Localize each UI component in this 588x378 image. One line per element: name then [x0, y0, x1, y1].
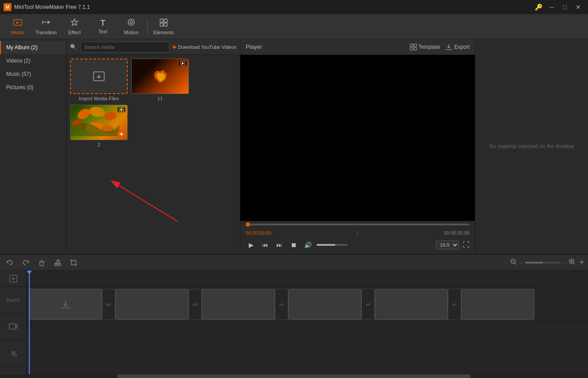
cut-button[interactable]	[51, 256, 64, 269]
media-item-video2[interactable]: + 2	[70, 105, 128, 147]
svg-rect-23	[40, 262, 43, 266]
fullscreen-button[interactable]: ⛶	[463, 241, 470, 249]
import-media-inner	[71, 59, 127, 93]
export-button[interactable]: Export	[445, 43, 470, 51]
play-button[interactable]: ▶	[246, 240, 256, 250]
svg-rect-4	[160, 19, 163, 22]
add-timeline-button[interactable]	[0, 271, 27, 287]
template-button[interactable]: Template	[410, 43, 440, 51]
toolbar-motion-label: Motion	[124, 30, 138, 35]
volume-slider[interactable]	[317, 244, 348, 246]
redo-button[interactable]	[20, 256, 32, 269]
timeline-clip-2[interactable]	[115, 289, 188, 320]
svg-rect-19	[410, 44, 413, 47]
svg-rect-31	[61, 307, 70, 308]
sidebar: My Album (2) Videos (2) Music (57) Pictu…	[0, 39, 67, 254]
scrollbar-thumb[interactable]	[118, 374, 470, 378]
timeline-tracks: ⇌ ⇌ ⇌ ⇌ ⇌	[27, 271, 588, 374]
svg-point-30	[14, 354, 16, 356]
timeline-content: Track1 ⇌	[0, 271, 588, 374]
sidebar-item-videos[interactable]: Videos (2)	[0, 54, 66, 67]
sidebar-item-music[interactable]: Music (57)	[0, 67, 66, 81]
toolbar-transition[interactable]: Transition	[32, 16, 60, 38]
player-video	[240, 55, 475, 221]
crop-button[interactable]	[67, 256, 80, 269]
video1-thumb[interactable]	[131, 59, 189, 94]
timeline-clip-3[interactable]	[202, 289, 275, 320]
toolbar-elements-label: Elements	[153, 30, 174, 35]
timeline-transition-3[interactable]: ⇌	[275, 289, 288, 320]
audio-track-row	[27, 322, 588, 349]
step-back-button[interactable]: ⏮	[260, 240, 270, 250]
titlebar-key-button[interactable]: 🔑	[532, 1, 545, 13]
app-logo: M	[4, 3, 12, 11]
video2-thumb[interactable]: +	[70, 105, 128, 140]
player-time: 00:00:00.00 / 00:00:00.00	[240, 228, 475, 238]
audio-track-label	[0, 340, 26, 366]
import-media-item[interactable]: Import Media Files	[70, 59, 128, 101]
toolbar-effect-label: Effect	[68, 30, 81, 35]
svg-rect-6	[160, 23, 163, 26]
timeline-transition-2[interactable]: ⇌	[188, 289, 202, 320]
main-toolbar: Media Transition Effect T Text Motion El…	[0, 14, 588, 39]
app-title: MiniTool MovieMaker Free 7.1.1	[14, 4, 90, 10]
svg-point-12	[103, 111, 118, 122]
progress-dot[interactable]	[246, 222, 250, 227]
media-toolbar: 🔍 ▶ Download YouTube Videos	[67, 39, 240, 55]
player-timeline[interactable]	[240, 221, 475, 228]
progress-bar[interactable]	[246, 224, 470, 225]
sidebar-item-pictures[interactable]: Pictures (0)	[0, 81, 66, 94]
aspect-ratio-select[interactable]: 16:9 9:16 1:1 4:3	[436, 240, 459, 249]
download-youtube-button[interactable]: ▶ Download YouTube Videos	[173, 44, 237, 50]
add-track-button[interactable]: +	[579, 257, 584, 268]
add-to-timeline-badge[interactable]: +	[118, 130, 125, 138]
titlebar-close-button[interactable]: ✕	[572, 1, 584, 13]
timeline-scrollbar[interactable]	[0, 374, 588, 378]
toolbar-motion[interactable]: Motion	[117, 16, 145, 38]
volume-button[interactable]: 🔊	[302, 240, 313, 250]
timeline-toolbar-right: ─ ─ +	[510, 257, 584, 268]
toolbar-transition-label: Transition	[35, 30, 57, 35]
svg-rect-22	[414, 47, 416, 50]
svg-rect-21	[410, 47, 413, 50]
time-total: 00:00:00.00	[444, 230, 470, 236]
timeline-transition-5[interactable]: ⇌	[448, 289, 461, 320]
timeline-area: ─ ─ + Track1	[0, 254, 588, 378]
toolbar-text[interactable]: T Text	[89, 16, 117, 38]
timeline-clip-1[interactable]	[29, 289, 102, 320]
svg-rect-20	[414, 44, 416, 47]
playhead[interactable]	[29, 271, 30, 374]
toolbar-elements[interactable]: Elements	[149, 16, 178, 38]
youtube-icon: ▶	[173, 44, 176, 50]
timeline-clip-6[interactable]	[461, 289, 534, 320]
player-right-controls: 16:9 9:16 1:1 4:3 ⛶	[436, 240, 470, 249]
toolbar-media[interactable]: Media	[4, 16, 32, 38]
step-forward-button[interactable]: ⏭	[274, 240, 285, 250]
titlebar-minimize-button[interactable]: ─	[545, 1, 558, 13]
timeline-transition-4[interactable]: ⇌	[361, 289, 375, 320]
svg-marker-1	[71, 19, 78, 25]
svg-rect-7	[164, 23, 167, 26]
zoom-slider[interactable]	[525, 262, 561, 264]
stop-button[interactable]: ⏹	[288, 240, 299, 250]
timeline-clip-4[interactable]	[288, 289, 361, 320]
svg-point-10	[76, 107, 92, 121]
toolbar-effect[interactable]: Effect	[60, 16, 89, 38]
titlebar-maximize-button[interactable]: □	[559, 1, 571, 13]
undo-button[interactable]	[4, 256, 16, 269]
time-current: 00:00:00.00	[246, 230, 271, 236]
toolbar-text-label: Text	[98, 29, 107, 34]
zoom-in-icon[interactable]	[568, 258, 576, 267]
media-item-video1[interactable]: 11	[131, 59, 189, 101]
delete-button[interactable]	[35, 256, 48, 269]
video1-label: 11	[157, 96, 163, 101]
playback-controls: ▶ ⏮ ⏭ ⏹ 🔊	[246, 240, 348, 250]
search-input[interactable]	[80, 42, 169, 52]
timeline-transition-1[interactable]: ⇌	[102, 289, 115, 320]
sidebar-item-my-album[interactable]: My Album (2)	[0, 41, 66, 54]
time-separator: /	[357, 230, 358, 236]
timeline-clip-5[interactable]	[375, 289, 448, 320]
import-media-thumb[interactable]	[70, 59, 128, 94]
zoom-out-icon[interactable]	[510, 258, 517, 267]
svg-point-11	[88, 106, 106, 118]
